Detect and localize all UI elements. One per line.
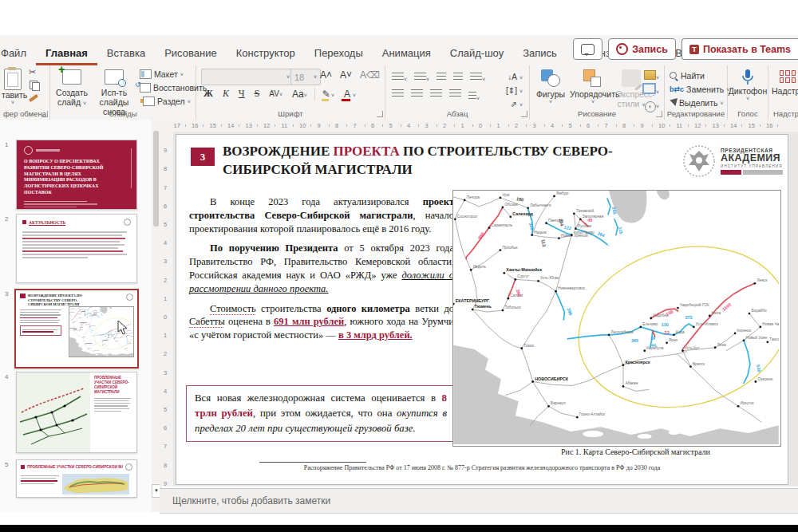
notes-input[interactable]: Щелкните, чтобы добавить заметки (160, 488, 798, 514)
tab-3[interactable]: Рисование (155, 39, 226, 65)
format-painter-button[interactable] (29, 93, 38, 100)
thumbnail-number-1: 1 (5, 141, 8, 148)
replace-icon: b⇄c (670, 85, 684, 93)
section-button[interactable]: Раздел˅ (140, 96, 191, 107)
font-color-button[interactable]: А˅ (342, 88, 358, 100)
italic-button[interactable]: К (220, 87, 231, 100)
panel-scrollbar[interactable]: ▼ (152, 120, 160, 512)
align-left-button[interactable] (392, 89, 404, 98)
select-icon (670, 99, 677, 108)
tab-0[interactable]: Файл (0, 39, 36, 65)
font-size-select[interactable]: 18˅ (290, 69, 321, 85)
svg-text:Лена: Лена (717, 343, 726, 347)
arrange-button[interactable]: Упорядочить ˅ (570, 69, 616, 105)
align-right-button[interactable] (430, 89, 442, 98)
paragraph-dialog-launcher[interactable] (521, 111, 527, 117)
svg-text:Нижневартовск: Нижневартовск (90, 325, 96, 326)
microphone-icon (742, 69, 753, 86)
svg-text:Обская: Обская (80, 309, 83, 310)
align-center-button[interactable] (411, 89, 423, 98)
dictate-button[interactable]: Диктофон ˅ (728, 69, 768, 102)
svg-text:Салехард: Салехард (81, 311, 85, 312)
shape-outline-icon (642, 83, 656, 94)
columns-button[interactable]: ˅ (468, 89, 480, 104)
slide-canvas[interactable]: 3 ВОЗРОЖДЕНИЕ ПРОЕКТА ПО СТРОИТЕЛЬСТВУ С… (176, 134, 788, 485)
svg-text:Томск: Томск (523, 344, 535, 348)
find-button[interactable]: Найти (670, 71, 705, 81)
select-button[interactable]: Выделить˅ (670, 98, 724, 108)
clear-formatting-button[interactable]: A⌫ (358, 69, 382, 81)
shapes-icon (541, 69, 560, 87)
svg-text:122: 122 (563, 225, 571, 231)
font-dialog-launcher[interactable] (377, 111, 383, 117)
justify-button[interactable] (449, 89, 461, 98)
tab-8[interactable]: Запись (513, 39, 567, 65)
drawing-dialog-launcher[interactable] (656, 111, 662, 117)
svg-text:Лабытнанги: Лабытнанги (530, 203, 551, 207)
new-slide-button[interactable]: Создать слайд ˅ (55, 69, 89, 107)
shape-fill-button[interactable]: ˅ (644, 69, 659, 83)
slide-thumbnail-5[interactable]: ПРОБЛЕМНЫЕ УЧАСТКИ СЕВЕРО-СИБИРСКОЙ МАГИ… (16, 459, 137, 498)
record-icon (616, 43, 628, 55)
paste-button[interactable]: тавить ˅ (2, 69, 24, 106)
strikethrough-button[interactable]: S (252, 87, 263, 100)
underline-button[interactable]: Ч (236, 87, 247, 100)
cut-button[interactable]: ✂ (29, 67, 36, 77)
highlight-color-button[interactable]: ✎˅ (320, 88, 337, 100)
slide-thumbnail-2[interactable]: АКТУАЛЬНОСТЬ (16, 214, 137, 283)
svg-text:Красноярск: Красноярск (103, 340, 108, 341)
change-case-button[interactable]: Aa˅ (290, 88, 310, 100)
group-label-slides: Слайды (50, 109, 196, 118)
copy-button[interactable] (29, 80, 40, 89)
svg-text:Печора: Печора (72, 308, 75, 309)
comments-button[interactable] (573, 38, 602, 60)
shape-outline-button[interactable]: ˅ (642, 83, 659, 97)
svg-text:Ярки: Ярки (112, 336, 114, 337)
align-text-button[interactable]: [⇕]˅ (504, 82, 523, 97)
mouse-cursor (117, 321, 128, 335)
record-button[interactable]: Запись (608, 38, 676, 60)
group-label-editing: Редактирование (665, 109, 727, 118)
replace-button[interactable]: b⇄cЗаменить˅ (670, 85, 729, 94)
slide-title[interactable]: ВОЗРОЖДЕНИЕ ПРОЕКТА ПО СТРОИТЕЛЬСТВУ СЕВ… (223, 142, 658, 179)
tab-5[interactable]: Переходы (305, 39, 373, 65)
slide-thumbnail-4[interactable]: ПРОБЛЕМНЫЕ УЧАСТКИ СЕВЕРО-СИБИРСКОЙ МАГИ… (16, 372, 137, 453)
highlight-box[interactable]: Вся новая железнодорожная система оценив… (186, 385, 456, 442)
svg-text:110: 110 (662, 322, 669, 327)
map-figure[interactable]: ПечораСосногорскЧумОбскаяЛабытнангиСалех… (452, 190, 781, 447)
smartart-convert-button[interactable]: ⇗˅ (508, 96, 523, 110)
font-name-select[interactable]: ˅ (201, 69, 294, 85)
tab-2[interactable]: Вставка (97, 39, 155, 65)
addins-button[interactable]: Надстро (772, 70, 798, 96)
svg-text:306: 306 (528, 222, 535, 231)
shapes-button[interactable]: Фигуры ˅ (533, 69, 568, 105)
svg-text:190: 190 (82, 308, 84, 309)
text-direction-button[interactable]: ↓A˅ (505, 69, 523, 83)
numbering-button[interactable]: ˅ (414, 70, 429, 85)
bullets-button[interactable]: ˅ (392, 70, 407, 85)
svg-text:Ельчимо: Ельчимо (642, 322, 658, 326)
line-spacing-button[interactable]: ˅ (470, 70, 485, 85)
increase-indent-button[interactable] (453, 70, 463, 85)
panel-scrollbar-thumb[interactable] (153, 131, 159, 227)
character-spacing-button[interactable]: AV˅ (267, 89, 285, 99)
slide-thumbnail-1[interactable]: О ВОПРОСУ О ПЕРСПЕКТИВАХ РАЗВИТИЯ СЕВЕРО… (16, 140, 137, 210)
svg-text:Ямбург: Ямбург (89, 307, 93, 308)
decrease-indent-button[interactable] (437, 70, 446, 85)
present-in-teams-button[interactable]: TПоказать в Teams (681, 38, 798, 60)
tab-7[interactable]: Слайд-шоу (440, 39, 513, 65)
clipboard-dialog-launcher[interactable] (41, 111, 48, 117)
svg-text:850: 850 (477, 231, 485, 240)
svg-text:Новый Уоян: Новый Уоян (745, 335, 767, 340)
slide-body-text[interactable]: В конце 2023 года актуализировался проек… (189, 195, 454, 349)
svg-text:115: 115 (618, 227, 623, 234)
paragraph-1: В конце 2023 года актуализировался проек… (189, 195, 454, 235)
grow-font-button[interactable]: A˄ (318, 69, 334, 81)
tab-6[interactable]: Анимация (373, 39, 440, 65)
layout-button[interactable]: Макет˅ (140, 69, 184, 80)
tab-1[interactable]: Главная (36, 39, 97, 65)
bold-button[interactable]: Ж (201, 87, 215, 100)
tab-4[interactable]: Конструктор (227, 39, 305, 65)
thumb-logo-icon (124, 219, 131, 226)
shrink-font-button[interactable]: A˅ (338, 69, 354, 81)
